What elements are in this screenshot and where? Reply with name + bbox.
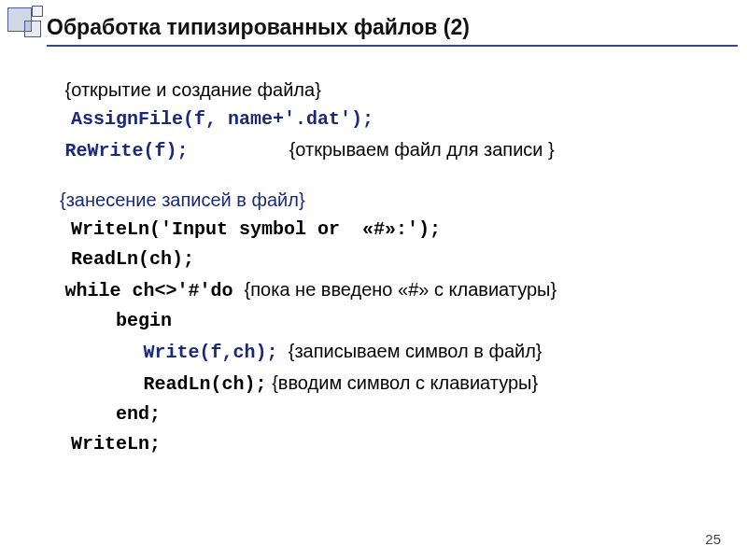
code-line: begin (60, 306, 719, 336)
horizontal-rule (47, 45, 738, 47)
code-line: ReWrite(f); {открываем файл для записи } (60, 134, 719, 166)
code-line: Write(f,ch); {записываем символ в файл} (60, 336, 719, 368)
code-line: ReadLn(ch); (60, 245, 719, 274)
slide-title: Обработка типизированных файлов (2) (47, 15, 470, 40)
code-comment: {занесение записей в файл} (60, 185, 719, 215)
code-line: while ch<>'#'do {пока не введено «#» с к… (60, 274, 719, 306)
slide-content: {открытие и создание файла} AssignFile(f… (60, 75, 719, 459)
code-line: ReadLn(ch); {вводим символ с клавиатуры} (60, 368, 719, 399)
square-icon (24, 21, 41, 37)
code-line: AssignFile(f, name+'.dat'); (60, 105, 719, 134)
square-icon (32, 6, 43, 17)
code-line: WriteLn; (60, 429, 719, 459)
code-comment: {открытие и создание файла} (60, 75, 719, 105)
code-line: end; (60, 399, 719, 429)
code-line: WriteLn('Input symbol or «#»:'); (60, 215, 719, 245)
page-number: 25 (705, 531, 721, 547)
